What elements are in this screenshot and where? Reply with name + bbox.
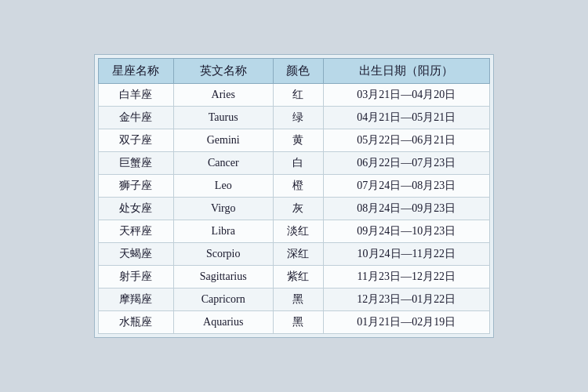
table-container: 星座名称 英文名称 颜色 出生日期（阳历） 白羊座Aries红03月21日—04… [94,54,494,338]
cell-color: 红 [273,84,323,107]
cell-zh: 水瓶座 [99,311,174,334]
cell-en: Capricorn [173,289,273,311]
cell-en: Scorpio [173,243,273,266]
cell-en: Aries [173,84,273,107]
cell-color: 黑 [273,289,323,311]
cell-en: Virgo [173,198,273,220]
cell-date: 05月22日—06月21日 [323,129,489,152]
cell-color: 黄 [273,129,323,152]
cell-en: Aquarius [173,311,273,334]
table-row: 白羊座Aries红03月21日—04月20日 [99,84,490,107]
cell-color: 黑 [273,311,323,334]
cell-zh: 天秤座 [99,220,174,243]
cell-color: 紫红 [273,266,323,289]
cell-en: Leo [173,175,273,198]
header-en: 英文名称 [173,59,273,84]
cell-date: 04月21日—05月21日 [323,107,489,129]
cell-date: 12月23日—01月22日 [323,289,489,311]
zodiac-table: 星座名称 英文名称 颜色 出生日期（阳历） 白羊座Aries红03月21日—04… [98,58,490,334]
table-row: 狮子座Leo橙07月24日—08月23日 [99,175,490,198]
cell-zh: 狮子座 [99,175,174,198]
cell-zh: 巨蟹座 [99,152,174,175]
table-row: 射手座Sagittarius紫红11月23日—12月22日 [99,266,490,289]
cell-zh: 摩羯座 [99,289,174,311]
table-row: 水瓶座Aquarius黑01月21日—02月19日 [99,311,490,334]
cell-date: 06月22日—07月23日 [323,152,489,175]
table-header-row: 星座名称 英文名称 颜色 出生日期（阳历） [99,59,490,84]
cell-zh: 处女座 [99,198,174,220]
table-row: 处女座Virgo灰08月24日—09月23日 [99,198,490,220]
table-row: 摩羯座Capricorn黑12月23日—01月22日 [99,289,490,311]
cell-en: Libra [173,220,273,243]
cell-date: 11月23日—12月22日 [323,266,489,289]
cell-en: Sagittarius [173,266,273,289]
cell-date: 08月24日—09月23日 [323,198,489,220]
header-zh: 星座名称 [99,59,174,84]
cell-zh: 金牛座 [99,107,174,129]
cell-zh: 射手座 [99,266,174,289]
cell-en: Taurus [173,107,273,129]
table-row: 巨蟹座Cancer白06月22日—07月23日 [99,152,490,175]
cell-date: 09月24日—10月23日 [323,220,489,243]
table-row: 双子座Gemini黄05月22日—06月21日 [99,129,490,152]
cell-color: 灰 [273,198,323,220]
table-row: 天蝎座Scorpio深红10月24日—11月22日 [99,243,490,266]
header-color: 颜色 [273,59,323,84]
cell-date: 10月24日—11月22日 [323,243,489,266]
cell-zh: 双子座 [99,129,174,152]
table-row: 金牛座Taurus绿04月21日—05月21日 [99,107,490,129]
cell-en: Cancer [173,152,273,175]
cell-color: 淡红 [273,220,323,243]
cell-color: 白 [273,152,323,175]
cell-date: 03月21日—04月20日 [323,84,489,107]
cell-en: Gemini [173,129,273,152]
table-row: 天秤座Libra淡红09月24日—10月23日 [99,220,490,243]
cell-color: 绿 [273,107,323,129]
cell-color: 橙 [273,175,323,198]
cell-zh: 天蝎座 [99,243,174,266]
cell-date: 01月21日—02月19日 [323,311,489,334]
cell-color: 深红 [273,243,323,266]
cell-zh: 白羊座 [99,84,174,107]
header-date: 出生日期（阳历） [323,59,489,84]
cell-date: 07月24日—08月23日 [323,175,489,198]
